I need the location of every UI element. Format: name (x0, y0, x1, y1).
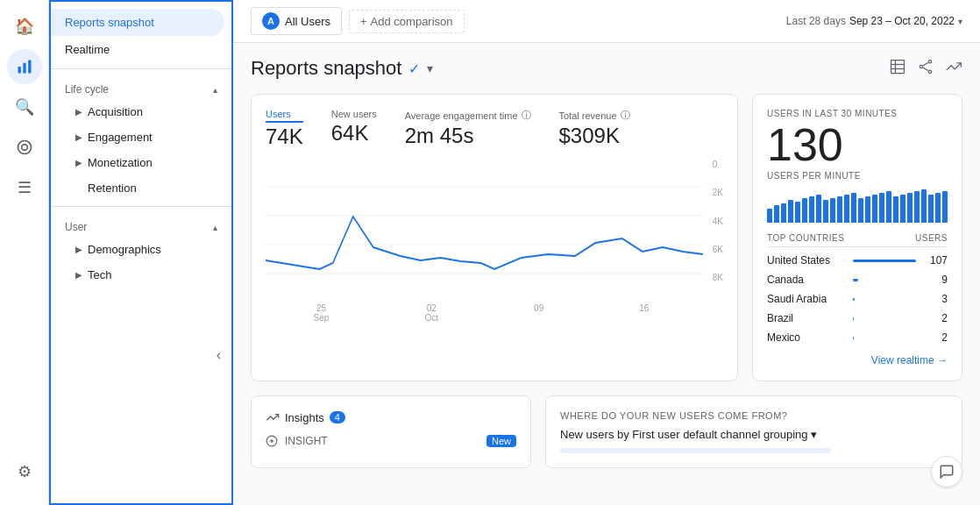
metric-users[interactable]: Users 74K (266, 109, 303, 149)
country-bar (853, 279, 858, 281)
sidebar: Reports snapshot Realtime Life cycle ▴ ▶… (49, 0, 233, 505)
lifecycle-collapse-icon[interactable]: ▴ (213, 85, 217, 95)
sidebar-item-retention[interactable]: Retention (51, 175, 224, 201)
metric-users-value: 74K (266, 124, 303, 149)
country-bar (853, 317, 854, 320)
chart-area: 8K 6K 4K 2K 0 (266, 160, 723, 300)
insights-header: Insights 4 (266, 410, 516, 424)
icon-bar: 🏠 🔍 ☰ ⚙ (0, 0, 49, 505)
date-range-prefix: Last 28 days (786, 15, 846, 27)
mini-bar-item (816, 195, 821, 223)
svg-rect-1 (23, 63, 25, 74)
mini-bar-item (795, 202, 800, 223)
metric-new-users[interactable]: New users 64K (331, 109, 377, 149)
mini-bar-item (774, 205, 779, 223)
trending-icon[interactable] (945, 58, 962, 80)
info-icon: ⓘ (621, 109, 630, 122)
reports-icon[interactable]: ☰ (7, 170, 42, 205)
svg-rect-0 (18, 67, 20, 74)
svg-rect-2 (28, 60, 31, 74)
country-bar (853, 337, 854, 339)
search-icon[interactable]: 🔍 (7, 89, 42, 124)
sidebar-item-engagement[interactable]: ▶ Engagement (51, 124, 224, 150)
svg-point-9 (928, 60, 931, 62)
chevron-icon: ▶ (75, 158, 82, 167)
new-users-selector[interactable]: New users by First user default channel … (560, 428, 948, 441)
metric-revenue-value: $309K (559, 124, 630, 148)
sidebar-item-reports-snapshot[interactable]: Reports snapshot (51, 9, 224, 36)
y-label: 4K (713, 217, 723, 226)
view-realtime-link[interactable]: View realtime → (767, 354, 948, 366)
bottom-row: Insights 4 INSIGHT New WHERE DO YOUR NEW… (251, 395, 962, 468)
new-users-card: WHERE DO YOUR NEW USERS COME FROM? New u… (545, 395, 962, 468)
sidebar-item-acquisition[interactable]: ▶ Acquisition (51, 99, 224, 124)
date-range-selector[interactable]: Last 28 days Sep 23 – Oct 20, 2022 ▾ (786, 15, 962, 27)
metric-engagement-label: Average engagement time ⓘ (405, 109, 531, 122)
insights-icon (266, 410, 280, 424)
countries-header: TOP COUNTRIES USERS (767, 233, 948, 247)
dropdown-icon[interactable]: ▾ (427, 61, 433, 75)
country-bar-wrap (853, 260, 916, 262)
realtime-card: USERS IN LAST 30 MINUTES 130 USERS PER M… (752, 94, 962, 381)
mini-bar-item (914, 191, 920, 223)
country-users: 107 (923, 254, 948, 267)
y-label: 8K (713, 273, 723, 282)
page-title: Reports snapshot ✓ ▾ (251, 57, 433, 80)
settings-icon[interactable]: ⚙ (7, 454, 42, 489)
mini-bar-item (879, 193, 884, 223)
y-label: 0 (713, 160, 723, 169)
chevron-icon: ▶ (75, 270, 82, 280)
share-icon[interactable] (917, 58, 934, 80)
insight-row-label: INSIGHT (285, 435, 328, 447)
main-content: A All Users + Add comparison Last 28 day… (233, 0, 980, 505)
mini-bar-item (858, 198, 863, 223)
insights-count-badge: 4 (330, 411, 345, 423)
new-users-section-label: WHERE DO YOUR NEW USERS COME FROM? (560, 410, 948, 421)
metric-new-users-label: New users (331, 109, 377, 119)
cards-row: Users 74K New users 64K Average engageme… (251, 94, 962, 381)
mini-bar-item (893, 196, 898, 223)
country-name: United States (767, 254, 846, 267)
table-view-icon[interactable] (889, 58, 906, 80)
sidebar-item-tech[interactable]: ▶ Tech (51, 262, 224, 288)
mini-bar-item (942, 191, 948, 223)
user-collapse-icon[interactable]: ▴ (213, 223, 217, 232)
y-label: 6K (713, 245, 723, 254)
analytics-icon[interactable] (7, 49, 42, 84)
sidebar-item-monetization[interactable]: ▶ Monetization (51, 150, 224, 175)
metric-engagement[interactable]: Average engagement time ⓘ 2m 45s (405, 109, 531, 149)
info-icon: ⓘ (522, 109, 531, 122)
sidebar-item-realtime[interactable]: Realtime (51, 36, 224, 63)
realtime-sublabel: USERS PER MINUTE (767, 171, 948, 181)
mini-bar-item (865, 196, 870, 223)
main-chart-card: Users 74K New users 64K Average engageme… (251, 94, 738, 381)
country-row: Canada 9 (767, 270, 948, 289)
country-row: United States 107 (767, 251, 948, 270)
audience-icon[interactable] (7, 130, 42, 165)
x-label-sep25: 25Sep (314, 303, 330, 323)
country-bar (853, 298, 855, 301)
add-comparison-button[interactable]: + Add comparison (349, 10, 465, 33)
add-icon: + (360, 15, 367, 28)
sidebar-item-demographics[interactable]: ▶ Demographics (51, 237, 224, 262)
country-name: Saudi Arabia (767, 293, 846, 305)
home-icon[interactable]: 🏠 (7, 9, 42, 44)
svg-point-11 (928, 70, 931, 73)
country-bar-wrap (853, 337, 916, 339)
sidebar-collapse-button[interactable]: ‹ (51, 340, 231, 370)
mini-bar-item (921, 189, 927, 223)
mini-bar-item (886, 191, 891, 223)
metric-revenue[interactable]: Total revenue ⓘ $309K (559, 109, 630, 149)
feedback-button[interactable] (931, 456, 962, 487)
insight-row: INSIGHT New (266, 435, 516, 447)
metric-new-users-value: 64K (331, 121, 377, 146)
chevron-icon: ▶ (75, 132, 82, 142)
segment-label: All Users (285, 15, 330, 28)
mini-bar-item (928, 195, 934, 223)
chevron-down-icon: ▾ (958, 17, 962, 26)
all-users-segment[interactable]: A All Users (251, 7, 342, 35)
country-bar-wrap (853, 298, 916, 301)
country-users: 2 (923, 331, 948, 344)
metric-engagement-value: 2m 45s (405, 124, 531, 148)
insight-add-icon (266, 435, 278, 447)
